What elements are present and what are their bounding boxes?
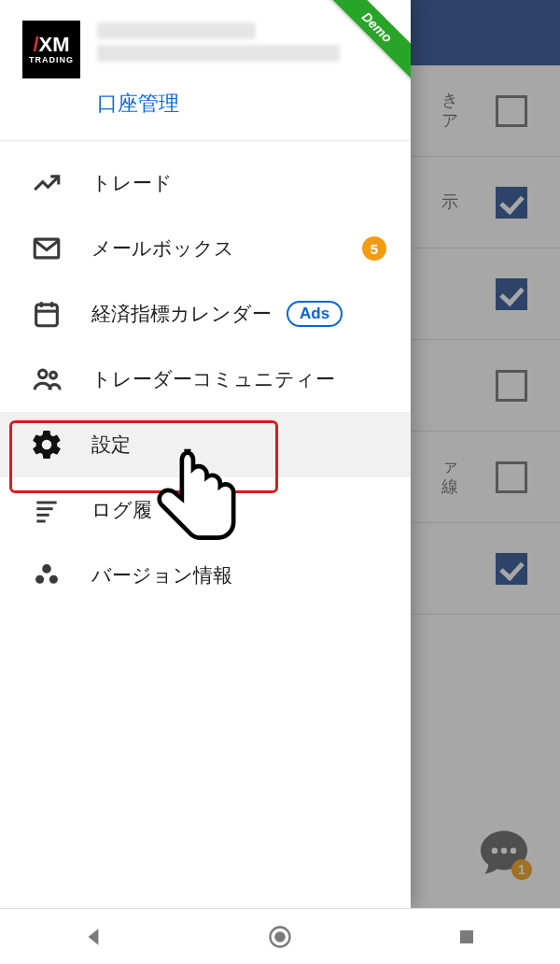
mail-icon: [28, 230, 65, 267]
navigation-drawer: /XM TRADING 口座管理 Demo トレード: [0, 0, 411, 908]
svg-point-15: [35, 575, 44, 584]
svg-point-18: [274, 931, 286, 943]
menu-item-settings[interactable]: 設定: [0, 412, 411, 477]
manage-account-link[interactable]: 口座管理: [97, 90, 392, 118]
menu-item-calendar[interactable]: 経済指標カレンダー Ads: [0, 281, 411, 347]
menu-label: メールボックス: [91, 235, 362, 262]
menu-label: バージョン情報: [91, 562, 392, 588]
log-icon: [28, 491, 65, 529]
mailbox-count-badge: 5: [362, 236, 386, 261]
svg-point-14: [42, 564, 51, 574]
about-icon: [28, 557, 65, 594]
android-nav-bar: [0, 908, 560, 964]
gear-icon: [28, 426, 65, 463]
menu-label: ログ履: [91, 497, 392, 523]
account-info: [97, 21, 392, 67]
menu-label: 設定: [91, 432, 392, 458]
community-icon: [28, 361, 65, 398]
trend-up-icon: [28, 164, 65, 202]
ads-badge: Ads: [287, 301, 343, 327]
menu-label: 経済指標カレンダー Ads: [91, 301, 392, 327]
svg-point-16: [49, 575, 58, 584]
menu-item-mailbox[interactable]: メールボックス 5: [0, 216, 411, 281]
svg-rect-19: [460, 930, 473, 943]
menu-item-community[interactable]: トレーダーコミュニティー: [0, 347, 411, 412]
menu-item-about[interactable]: バージョン情報: [0, 543, 411, 608]
menu-item-log[interactable]: ログ履: [0, 477, 411, 543]
menu-label: トレーダーコミュニティー: [91, 366, 392, 392]
manage-account-link-text[interactable]: 口座管理: [97, 92, 179, 115]
svg-point-9: [50, 372, 57, 378]
nav-home-button[interactable]: [266, 923, 294, 951]
nav-back-button[interactable]: [79, 923, 107, 951]
drawer-menu: トレード メールボックス 5 経済指標カレンダー Ads: [0, 141, 411, 608]
menu-label: トレード: [91, 170, 392, 196]
drawer-header: /XM TRADING 口座管理 Demo: [0, 0, 411, 129]
svg-point-8: [39, 370, 48, 378]
brand-logo: /XM TRADING: [22, 21, 80, 78]
calendar-icon: [28, 295, 65, 333]
menu-item-trade[interactable]: トレード: [0, 150, 411, 216]
svg-rect-4: [36, 305, 58, 326]
nav-recent-button[interactable]: [453, 923, 481, 951]
